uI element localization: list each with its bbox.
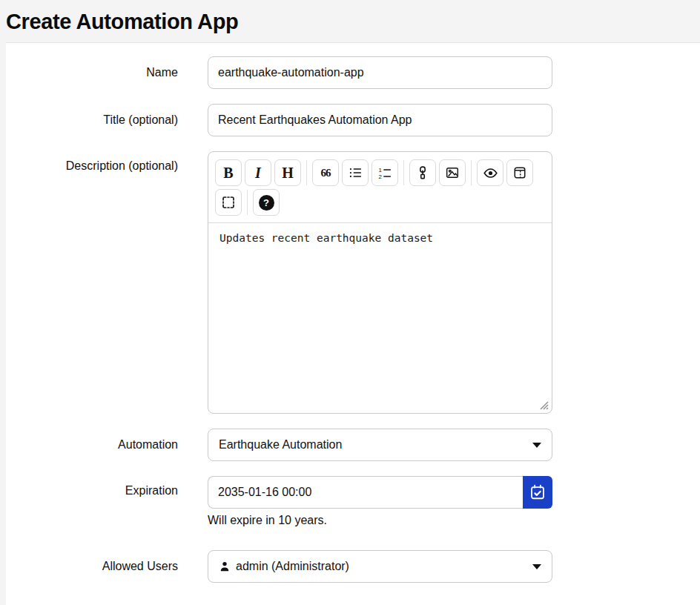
heading-button[interactable]: H [274, 159, 301, 186]
unordered-list-button[interactable] [342, 159, 369, 186]
automation-row: Automation Earthquake Automation [6, 429, 700, 461]
expiration-input[interactable] [208, 476, 523, 509]
description-textarea[interactable]: Updates recent earthquake dataset [208, 223, 552, 413]
automation-label: Automation [6, 438, 178, 452]
automation-selected-value: Earthquake Automation [219, 438, 342, 452]
italic-icon: I [255, 165, 261, 180]
toolbar-separator [471, 160, 472, 185]
fullscreen-icon [222, 196, 235, 209]
expiration-label: Expiration [6, 476, 178, 497]
preview-button[interactable] [477, 159, 503, 186]
markdown-editor: B I H 66 [208, 151, 552, 414]
person-icon [219, 561, 231, 572]
allowed-users-row: Allowed Users admin (Administrator) [6, 550, 700, 583]
image-icon [446, 166, 459, 179]
date-picker-button[interactable] [523, 476, 552, 509]
heading-icon: H [282, 165, 294, 180]
title-input[interactable] [208, 104, 552, 136]
toolbar-separator [306, 160, 307, 185]
columns-icon [513, 166, 526, 179]
name-label: Name [6, 66, 178, 79]
chevron-down-icon [532, 564, 541, 569]
svg-text:2: 2 [379, 173, 382, 179]
question-icon: ? [259, 195, 274, 211]
quote-icon: 66 [321, 168, 331, 179]
description-row: Description (optional) B I H [6, 151, 700, 414]
link-icon [416, 166, 429, 179]
allowed-users-label: Allowed Users [6, 560, 178, 573]
quote-button[interactable]: 66 [312, 159, 339, 186]
toolbar-separator [403, 160, 404, 185]
unordered-list-icon [349, 166, 362, 179]
toolbar-separator [247, 190, 248, 215]
title-row: Title (optional) [6, 104, 700, 136]
italic-button[interactable]: I [245, 159, 271, 186]
bold-button[interactable]: B [215, 159, 242, 186]
calendar-check-icon [529, 484, 546, 500]
name-row: Name [6, 56, 700, 89]
form-card: Name Title (optional) Description (optio… [6, 42, 700, 605]
ordered-list-button[interactable]: 1 2 [372, 159, 398, 186]
name-input[interactable] [208, 56, 552, 89]
side-by-side-button[interactable] [506, 159, 533, 186]
chevron-down-icon [532, 443, 541, 448]
page-title: Create Automation App [0, 0, 700, 42]
automation-select[interactable]: Earthquake Automation [208, 429, 552, 461]
eye-icon [483, 166, 498, 180]
svg-text:1: 1 [379, 167, 382, 173]
expiration-input-group [208, 476, 552, 509]
allowed-users-selected-value: admin (Administrator) [236, 560, 349, 573]
fullscreen-button[interactable] [215, 189, 242, 216]
editor-body: Updates recent earthquake dataset [208, 222, 552, 413]
expiration-help-text: Will expire in 10 years. [208, 514, 552, 527]
expiration-row: Expiration Will expire in 10 years. [6, 476, 700, 527]
allowed-users-select[interactable]: admin (Administrator) [208, 550, 552, 583]
resize-handle-icon[interactable] [538, 400, 549, 410]
guide-button[interactable]: ? [253, 189, 280, 216]
description-label: Description (optional) [6, 151, 178, 173]
title-label: Title (optional) [6, 113, 178, 127]
bold-icon: B [223, 165, 233, 180]
link-button[interactable] [409, 159, 436, 186]
editor-toolbar: B I H 66 [208, 152, 552, 222]
image-button[interactable] [439, 159, 466, 186]
ordered-list-icon: 1 2 [378, 166, 392, 179]
